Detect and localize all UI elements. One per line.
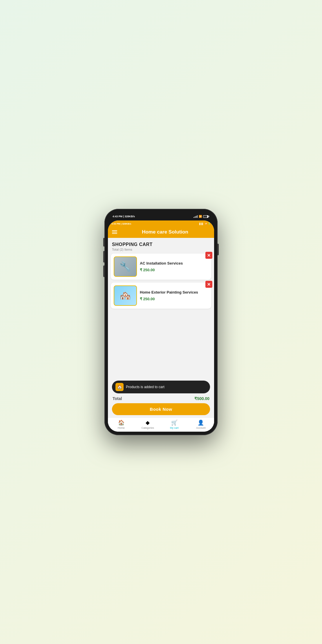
account-nav-label: Account bbox=[196, 426, 206, 429]
signal-bar-icon: ▌▌▌ bbox=[199, 223, 204, 225]
cart-subtitle: Total (2) Items bbox=[112, 248, 210, 251]
home-nav-icon: 🏠 bbox=[118, 419, 124, 426]
cart-item-2: 🏘️ Home Exterior Painting Services ₹ 250… bbox=[111, 283, 211, 309]
time-display: 4:43 PM | 328KB/s bbox=[113, 215, 135, 218]
phone-frame: 4:43 PM | 328KB/s 📶 4:43 PM | 328KB/s ▌▌… bbox=[104, 209, 218, 435]
cart-item-wrapper-1: 🔧 AC Installation Services ₹ 250.00 bbox=[111, 254, 211, 280]
cart-nav-icon: 🛒 bbox=[171, 419, 178, 426]
categories-nav-label: Categories bbox=[141, 426, 154, 429]
phone-screen: 4:43 PM | 328KB/s ▌▌▌ 📶 🔋 Home care Solu… bbox=[108, 220, 214, 432]
nav-account[interactable]: 👤 Account bbox=[188, 419, 214, 429]
remove-item-2-button[interactable] bbox=[205, 281, 212, 288]
item-2-name: Home Exterior Painting Services bbox=[140, 290, 208, 295]
battery-icon bbox=[203, 215, 208, 218]
nav-cart[interactable]: 🛒 My cart bbox=[161, 419, 188, 429]
volume-up-button bbox=[103, 238, 104, 247]
toast-logo-icon: 🏠 bbox=[117, 385, 122, 389]
total-label: Total bbox=[113, 396, 122, 401]
cart-item-wrapper-2: 🏘️ Home Exterior Painting Services ₹ 250… bbox=[111, 283, 211, 309]
bottom-navigation: 🏠 Home ◆ Categories 🛒 My cart 👤 Account bbox=[108, 417, 214, 432]
item-1-price: ₹ 250.00 bbox=[140, 268, 208, 272]
nav-home[interactable]: 🏠 Home bbox=[108, 419, 135, 429]
wifi-status-icon: 📶 bbox=[205, 222, 207, 225]
battery-status-icon: 🔋 bbox=[208, 222, 211, 225]
volume-down-button bbox=[103, 251, 104, 263]
cart-item-1: 🔧 AC Installation Services ₹ 250.00 bbox=[111, 254, 211, 280]
ac-icon: 🔧 bbox=[120, 261, 131, 272]
total-row: Total ₹500.00 bbox=[112, 395, 210, 403]
toast-message: Products is added to cart bbox=[126, 385, 164, 389]
signal-icon bbox=[193, 215, 198, 218]
book-now-button[interactable]: Book Now bbox=[112, 403, 210, 415]
toast-logo: 🏠 bbox=[115, 383, 124, 391]
screen-content: SHOPPING CART Total (2) Items 🔧 AC Insta… bbox=[108, 238, 214, 432]
bottom-area: 🏠 Products is added to cart Total ₹500.0… bbox=[108, 379, 214, 417]
status-icons: 📶 bbox=[193, 215, 209, 218]
paint-icon: 🏘️ bbox=[120, 290, 131, 301]
silent-button bbox=[103, 265, 104, 277]
wifi-icon: 📶 bbox=[199, 215, 202, 218]
content-spacer bbox=[108, 312, 214, 379]
notch-area: 4:43 PM | 328KB/s 📶 bbox=[108, 212, 214, 220]
cart-items-list: 🔧 AC Installation Services ₹ 250.00 🏘️ bbox=[108, 254, 214, 312]
colored-status-bar: 4:43 PM | 328KB/s ▌▌▌ 📶 🔋 bbox=[108, 220, 214, 227]
toast-notification: 🏠 Products is added to cart bbox=[112, 381, 210, 393]
categories-nav-icon: ◆ bbox=[146, 419, 150, 426]
hamburger-line-3 bbox=[112, 233, 117, 234]
status-bar-icons: ▌▌▌ 📶 🔋 bbox=[199, 222, 211, 225]
home-nav-label: Home bbox=[118, 426, 125, 429]
item-1-details: AC Installation Services ₹ 250.00 bbox=[140, 261, 208, 272]
hamburger-menu-button[interactable] bbox=[112, 230, 117, 234]
cart-title: SHOPPING CART bbox=[112, 242, 210, 247]
hamburger-line-2 bbox=[112, 232, 117, 232]
status-bar-time: 4:43 PM | 328KB/s bbox=[111, 222, 131, 225]
cart-nav-label: My cart bbox=[170, 426, 179, 429]
hamburger-line-1 bbox=[112, 230, 117, 231]
header-title: Home care Solution bbox=[120, 229, 210, 235]
item-1-name: AC Installation Services bbox=[140, 261, 208, 266]
cart-header: SHOPPING CART Total (2) Items bbox=[108, 238, 214, 254]
item-2-price: ₹ 250.00 bbox=[140, 297, 208, 301]
item-2-details: Home Exterior Painting Services ₹ 250.00 bbox=[140, 290, 208, 301]
item-2-image: 🏘️ bbox=[114, 285, 137, 306]
app-header: Home care Solution bbox=[108, 227, 214, 238]
remove-item-1-button[interactable] bbox=[205, 252, 212, 259]
status-time: 4:43 PM | 328KB/s bbox=[113, 215, 135, 218]
nav-categories[interactable]: ◆ Categories bbox=[135, 419, 161, 429]
total-amount: ₹500.00 bbox=[194, 396, 209, 401]
item-1-image: 🔧 bbox=[114, 256, 137, 277]
account-nav-icon: 👤 bbox=[198, 419, 204, 426]
power-button bbox=[218, 244, 219, 255]
